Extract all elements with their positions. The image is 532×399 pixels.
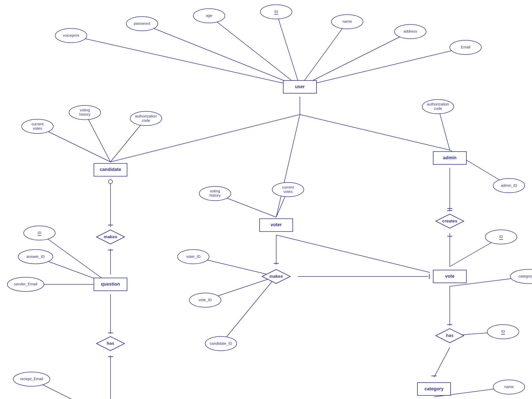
er-diagram-canvas — [0, 0, 532, 399]
